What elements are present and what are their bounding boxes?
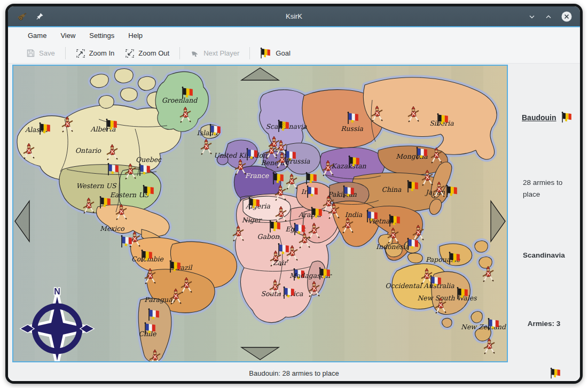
ksirk-window: KsirK Game View Se <box>5 4 583 384</box>
belgium-flag-icon <box>260 46 272 60</box>
country-label[interactable]: Occidental Australia <box>385 282 454 290</box>
player-name: Baudouin <box>522 113 556 122</box>
belgium-flag-icon <box>550 367 562 380</box>
toolbar-separator <box>179 47 180 59</box>
zoom-out-label: Zoom Out <box>138 49 169 57</box>
zoom-out-button[interactable]: Zoom Out <box>120 46 175 61</box>
goal-button[interactable]: Goal <box>255 44 295 63</box>
save-label: Save <box>39 49 55 57</box>
armies-count-label: Armies: 3 <box>508 320 580 328</box>
map-viewport[interactable]: N AlaskaAlbertaOntarioQuebecGroenlandIsl… <box>12 65 508 362</box>
window-title: KsirK <box>8 12 580 20</box>
landmass[interactable] <box>121 88 138 102</box>
country-label[interactable]: Groenland <box>162 96 198 104</box>
country-label[interactable]: China <box>381 185 402 193</box>
landmass[interactable] <box>138 76 156 90</box>
zoom-out-icon <box>125 49 135 58</box>
toolbar-separator <box>249 47 250 59</box>
landmass[interactable] <box>115 69 134 83</box>
country-label[interactable]: Ontario <box>75 146 102 154</box>
save-button[interactable]: Save <box>21 46 60 60</box>
player-panel: Baudouin 28 armies to place Scandinavia … <box>508 65 580 362</box>
army-count-badge: 3 <box>282 121 285 128</box>
landmass[interactable] <box>475 241 488 252</box>
toolbar: Save Zoom In <box>8 43 580 64</box>
country-label[interactable]: United Kingdom <box>214 151 269 159</box>
country-label[interactable]: France <box>245 172 269 180</box>
country-label[interactable]: New South Wales <box>417 294 477 302</box>
floppy-save-icon <box>26 49 35 58</box>
zoom-in-button[interactable]: Zoom In <box>70 46 120 61</box>
menu-help[interactable]: Help <box>121 32 150 40</box>
highlighted-country-label: Scandinavia <box>508 251 580 259</box>
country-label[interactable]: Indonesia <box>376 243 409 251</box>
next-player-icon <box>190 49 200 58</box>
menubar: Game View Settings Help <box>8 27 580 43</box>
country-label[interactable]: Western US <box>76 182 117 190</box>
main-content: N AlaskaAlbertaOntarioQuebecGroenlandIsl… <box>8 64 580 365</box>
armies-to-place-text: 28 armies to place <box>523 177 568 200</box>
player-row: Baudouin <box>522 111 573 124</box>
country-label[interactable]: New Zealand <box>461 323 506 331</box>
compass-north-label: N <box>54 287 60 296</box>
landmass[interactable] <box>479 257 492 268</box>
landmass[interactable] <box>442 318 452 327</box>
desktop: KsirK Game View Se <box>0 0 588 388</box>
next-player-label: Next Player <box>203 49 239 57</box>
landmass[interactable] <box>99 96 114 108</box>
zoom-in-icon <box>76 49 85 58</box>
country-label[interactable]: Mexico <box>100 224 125 232</box>
zoom-in-label: Zoom In <box>89 49 115 57</box>
next-player-button[interactable]: Next Player <box>185 46 245 60</box>
goal-label: Goal <box>276 49 290 57</box>
country-label[interactable]: India <box>345 211 363 219</box>
statusbar: Baudouin: 28 armies to place <box>8 365 580 381</box>
country-label[interactable]: Niger <box>242 216 262 224</box>
toolbar-separator <box>65 47 66 59</box>
world-map[interactable]: N AlaskaAlbertaOntarioQuebecGroenlandIsl… <box>13 66 507 361</box>
country-label[interactable]: Russia <box>341 125 363 133</box>
menu-game[interactable]: Game <box>21 32 53 40</box>
country-label[interactable]: Prussia <box>285 157 310 165</box>
country-label[interactable]: South Africa <box>261 290 303 298</box>
country-label[interactable]: Quebec <box>136 156 162 164</box>
menu-view[interactable]: View <box>53 32 82 40</box>
titlebar[interactable]: KsirK <box>8 6 580 26</box>
menu-settings[interactable]: Settings <box>82 32 121 40</box>
country-label[interactable]: Zair <box>273 259 288 267</box>
window-inner: KsirK Game View Se <box>8 6 580 381</box>
status-message: Baudouin: 28 armies to place <box>249 369 339 377</box>
country-label[interactable]: Gabon <box>257 232 279 240</box>
belgium-flag-icon <box>561 111 573 124</box>
